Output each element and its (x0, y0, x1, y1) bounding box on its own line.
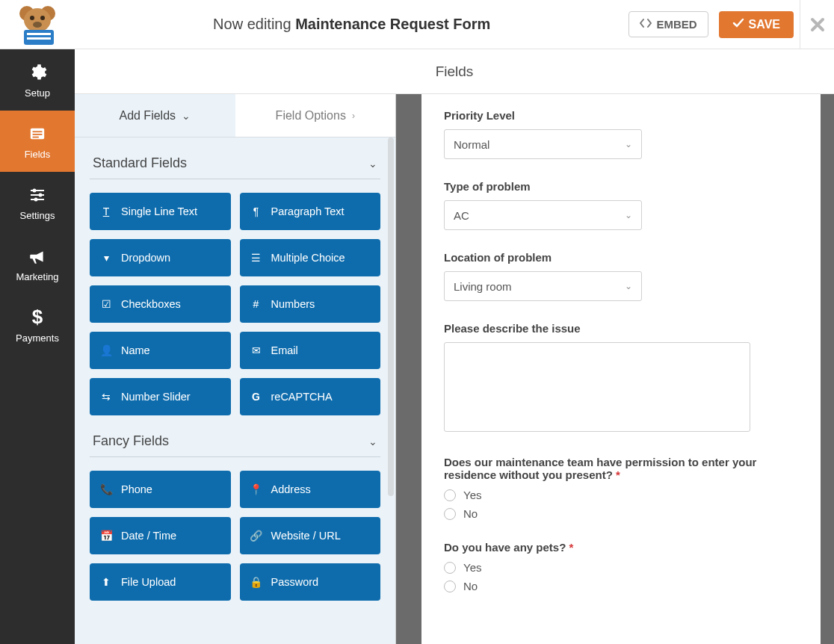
field-label: Checkboxes (121, 298, 181, 310)
preview-field-type-of-problem[interactable]: Type of problem AC ⌄ (444, 180, 798, 230)
wpforms-logo-icon (12, 3, 63, 46)
field-website-url[interactable]: 🔗Website / URL (240, 517, 381, 554)
field-phone[interactable]: 📞Phone (90, 471, 231, 508)
builder-area: Fields Add Fields ⌄ Field Options › (75, 49, 834, 644)
field-dropdown[interactable]: ▾Dropdown (90, 239, 231, 276)
close-icon (810, 17, 825, 32)
field-numbers[interactable]: #Numbers (240, 285, 381, 323)
priority-select[interactable]: Normal ⌄ (444, 129, 642, 159)
field-label: Phone (121, 483, 152, 495)
field-number-slider[interactable]: ⇆Number Slider (90, 378, 231, 415)
embed-icon (640, 18, 652, 31)
field-single-line-text[interactable]: TSingle Line Text (90, 193, 231, 230)
sidebar-item-settings[interactable]: Settings (0, 172, 75, 233)
radio-icon (444, 508, 456, 520)
text-icon: T (100, 205, 112, 217)
editing-prefix: Now editing (213, 16, 295, 32)
sidebar-item-setup[interactable]: Setup (0, 49, 75, 111)
svg-point-3 (30, 16, 34, 20)
field-label: Email (271, 344, 298, 356)
field-label: Single Line Text (121, 205, 197, 217)
embed-button[interactable]: EMBED (628, 11, 708, 37)
fields-panel: Add Fields ⌄ Field Options › Standard Fi… (75, 94, 396, 644)
svg-point-17 (39, 193, 43, 196)
permission-option-yes[interactable]: Yes (444, 489, 798, 501)
pets-option-no[interactable]: No (444, 580, 798, 592)
save-button[interactable]: SAVE (719, 11, 794, 38)
field-recaptcha[interactable]: GreCAPTCHA (240, 378, 381, 415)
pets-option-yes[interactable]: Yes (444, 561, 798, 574)
lock-icon: 🔒 (250, 576, 262, 588)
user-icon: 👤 (100, 344, 112, 356)
svg-rect-7 (27, 33, 51, 35)
field-address[interactable]: 📍Address (240, 471, 381, 508)
tab-add-fields[interactable]: Add Fields ⌄ (75, 94, 235, 137)
radio-icon (444, 580, 456, 592)
tab-label: Field Options (276, 109, 346, 123)
field-email[interactable]: ✉Email (240, 332, 381, 369)
form-icon (27, 123, 48, 144)
section-fancy-fields[interactable]: Fancy Fields ⌄ (90, 415, 380, 457)
tab-field-options[interactable]: Field Options › (235, 94, 396, 137)
scrollbar[interactable] (388, 137, 394, 496)
field-date-time[interactable]: 📅Date / Time (90, 517, 231, 554)
field-label: Password (271, 576, 319, 588)
sidebar-label: Marketing (16, 271, 58, 282)
preview-field-permission[interactable]: Does our maintenance team have permissio… (444, 456, 798, 520)
logo[interactable] (0, 0, 75, 49)
close-button[interactable] (800, 0, 834, 49)
standard-fields-grid: TSingle Line Text ¶Paragraph Text ▾Dropd… (90, 193, 380, 415)
field-file-upload[interactable]: ⬆File Upload (90, 563, 231, 601)
preview-field-location[interactable]: Location of problem Living room ⌄ (444, 251, 798, 301)
field-label: Date / Time (121, 530, 176, 542)
bullhorn-icon (27, 246, 48, 267)
type-of-problem-select[interactable]: AC ⌄ (444, 200, 642, 230)
option-label: Yes (463, 561, 481, 574)
save-label: SAVE (749, 18, 780, 31)
type-of-problem-value: AC (454, 209, 469, 222)
svg-point-2 (24, 8, 51, 32)
permission-option-no[interactable]: No (444, 507, 798, 520)
field-label: Paragraph Text (271, 205, 345, 217)
field-label: reCAPTCHA (271, 391, 333, 403)
field-label: Dropdown (121, 252, 170, 264)
chevron-down-icon: ⌄ (182, 110, 191, 122)
panel-scroll[interactable]: Standard Fields ⌄ TSingle Line Text ¶Par… (75, 137, 395, 644)
permission-label-text: Does our maintenance team have permissio… (444, 456, 756, 481)
sidebar-item-payments[interactable]: $ Payments (0, 294, 75, 356)
describe-label: Please describe the issue (444, 322, 798, 335)
list-icon: ☰ (250, 252, 262, 264)
field-name[interactable]: 👤Name (90, 332, 231, 369)
phone-icon: 📞 (100, 483, 112, 495)
field-label: Numbers (271, 298, 315, 310)
paragraph-icon: ¶ (250, 205, 262, 217)
field-label: Address (271, 483, 311, 495)
slider-icon: ⇆ (100, 391, 112, 403)
location-select[interactable]: Living room ⌄ (444, 271, 642, 301)
envelope-icon: ✉ (250, 344, 262, 356)
chevron-down-icon: ⌄ (625, 281, 632, 291)
pets-label-text: Do you have any pets? (444, 541, 566, 554)
field-paragraph-text[interactable]: ¶Paragraph Text (240, 193, 381, 230)
sidebar-item-marketing[interactable]: Marketing (0, 233, 75, 294)
field-multiple-choice[interactable]: ☰Multiple Choice (240, 239, 381, 276)
option-label: No (463, 580, 478, 592)
upload-icon: ⬆ (100, 576, 112, 588)
top-header: Now editing Maintenance Request Form EMB… (0, 0, 834, 49)
embed-label: EMBED (656, 18, 696, 31)
field-password[interactable]: 🔒Password (240, 563, 381, 601)
sidebar-item-fields[interactable]: Fields (0, 111, 75, 172)
describe-textarea[interactable] (444, 342, 750, 432)
chevron-right-icon: › (352, 111, 355, 121)
field-checkboxes[interactable]: ☑Checkboxes (90, 285, 231, 323)
preview-field-describe[interactable]: Please describe the issue (444, 322, 798, 435)
permission-label: Does our maintenance team have permissio… (444, 456, 798, 481)
preview-panel[interactable]: Priority Level Normal ⌄ Type of problem … (421, 94, 821, 644)
location-label: Location of problem (444, 251, 798, 264)
gear-icon (27, 62, 48, 83)
chevron-down-icon: ⌄ (625, 210, 632, 220)
fancy-fields-grid: 📞Phone 📍Address 📅Date / Time 🔗Website / … (90, 471, 380, 601)
preview-field-priority[interactable]: Priority Level Normal ⌄ (444, 109, 798, 159)
section-standard-fields[interactable]: Standard Fields ⌄ (90, 137, 380, 179)
preview-field-pets[interactable]: Do you have any pets? * Yes No (444, 541, 798, 592)
